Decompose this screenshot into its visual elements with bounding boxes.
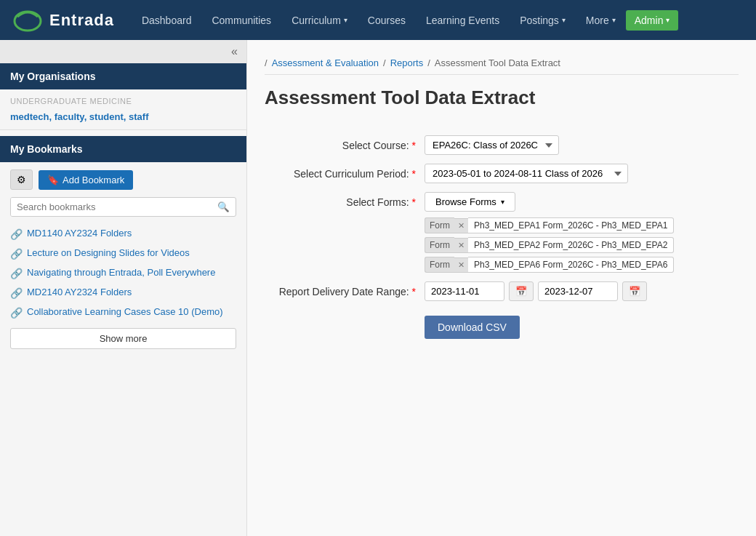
org-label: UNDERGRADUATE MEDICINE [0,89,246,108]
tag-value: Ph3_MED_EPA6 Form_2026C - Ph3_MED_EPA6 [468,257,674,273]
tag-value: Ph3_MED_EPA2 Form_2026C - Ph3_MED_EPA2 [468,237,674,253]
curriculum-select[interactable]: 2023-05-01 to 2024-08-11 Class of 2026 [425,164,628,183]
form-tag: Form ✕ Ph3_MED_EPA1 Form_2026C - Ph3_MED… [425,217,739,233]
breadcrumb-ae[interactable]: Assessment & Evaluation [272,57,379,68]
tag-remove-btn[interactable]: ✕ [454,257,468,273]
top-navigation: Entrada Dashboard Communities Curriculum… [0,0,756,40]
nav-item-courses[interactable]: Courses [358,0,416,40]
required-indicator: * [412,168,416,180]
required-indicator: * [412,140,416,151]
link-icon: 🔗 [10,228,23,240]
form-row-curriculum: Select Curriculum Period: * 2023-05-01 t… [265,164,739,183]
show-more-button[interactable]: Show more [10,328,236,349]
nav-item-curriculum[interactable]: Curriculum ▾ [281,0,358,40]
list-item[interactable]: 🔗 Lecture on Designing Slides for Videos [10,244,236,263]
form-tag: Form ✕ Ph3_MED_EPA6 Form_2026C - Ph3_MED… [425,257,739,273]
form-tag: Form ✕ Ph3_MED_EPA2 Form_2026C - Ph3_MED… [425,237,739,253]
breadcrumb-separator: / [265,57,268,68]
tag-label: Form [425,257,454,273]
date-range-field: 📅 📅 [425,281,739,301]
course-field: EPA26C: Class of 2026C [425,135,739,155]
form-row-forms: Select Forms: * Browse Forms ▾ Form ✕ Ph… [265,192,739,273]
breadcrumb-current: Assessment Tool Data Extract [435,57,560,68]
tag-label: Form [425,237,454,253]
org-value: medtech, faculty, student, staff [0,108,246,129]
date-end-input[interactable] [538,281,618,301]
form-tags: Form ✕ Ph3_MED_EPA1 Form_2026C - Ph3_MED… [425,217,739,273]
link-icon: 🔗 [10,248,23,260]
chevron-down-icon: ▾ [666,16,669,24]
page-title: Assessment Tool Data Extract [265,87,739,109]
nav-item-learning-events[interactable]: Learning Events [416,0,510,40]
sidebar: « My Organisations UNDERGRADUATE MEDICIN… [0,40,247,536]
tag-remove-btn[interactable]: ✕ [454,238,468,253]
forms-field: Browse Forms ▾ Form ✕ Ph3_MED_EPA1 Form_… [425,192,739,273]
nav-items: Dashboard Communities Curriculum ▾ Cours… [132,0,744,40]
logo[interactable]: Entrada [12,7,114,34]
required-indicator: * [412,286,416,297]
breadcrumb-reports[interactable]: Reports [390,57,424,68]
chevron-down-icon: ▾ [501,198,504,206]
search-bookmarks-container: 🔍 [10,197,236,217]
breadcrumb-separator: / [427,57,430,68]
date-start-input[interactable] [425,281,504,301]
browse-forms-button[interactable]: Browse Forms ▾ [425,192,515,212]
breadcrumb-separator: / [383,57,386,68]
link-icon: 🔗 [10,307,23,319]
download-spacer [265,310,425,339]
list-item[interactable]: 🔗 MD1140 AY2324 Folders [10,224,236,244]
date-range-container: 📅 📅 [425,281,739,301]
search-bookmarks-input[interactable] [11,198,212,216]
nav-item-dashboard[interactable]: Dashboard [132,0,202,40]
form-row-download: Download CSV [265,310,739,339]
form-row-course: Select Course: * EPA26C: Class of 2026C [265,135,739,155]
my-organisations-heading: My Organisations [0,63,246,89]
chevron-down-icon: ▾ [612,16,616,24]
list-item[interactable]: 🔗 Navigating through Entrada, Poll Every… [10,263,236,283]
forms-label: Select Forms: * [265,192,425,273]
date-range-label: Report Delivery Date Range: * [265,281,425,301]
calendar-icon[interactable]: 📅 [622,281,647,301]
tag-label: Form [425,217,454,233]
nav-item-postings[interactable]: Postings ▾ [510,0,576,40]
form-row-date-range: Report Delivery Date Range: * 📅 📅 [265,281,739,301]
form-table: Select Course: * EPA26C: Class of 2026C … [265,127,739,348]
nav-item-more[interactable]: More ▾ [576,0,626,40]
curriculum-label: Select Curriculum Period: * [265,164,425,183]
download-csv-button[interactable]: Download CSV [425,316,520,339]
breadcrumb: / Assessment & Evaluation / Reports / As… [265,52,739,75]
my-bookmarks-heading: My Bookmarks [0,136,246,162]
svg-point-0 [15,12,41,31]
nav-item-communities[interactable]: Communities [201,0,281,40]
tag-value: Ph3_MED_EPA1 Form_2026C - Ph3_MED_EPA1 [468,217,674,233]
gear-button[interactable]: ⚙ [10,169,33,190]
curriculum-field: 2023-05-01 to 2024-08-11 Class of 2026 [425,164,739,183]
logo-text: Entrada [49,11,114,30]
course-select[interactable]: EPA26C: Class of 2026C [425,135,559,155]
calendar-icon[interactable]: 📅 [509,281,534,301]
list-item[interactable]: 🔗 MD2140 AY2324 Folders [10,283,236,303]
bookmark-icon: 🔖 [47,175,59,185]
bookmark-tools: ⚙ 🔖 Add Bookmark [0,162,246,197]
search-icon[interactable]: 🔍 [212,198,236,216]
required-indicator: * [412,196,416,208]
chevron-down-icon: ▾ [562,16,566,24]
nav-item-admin[interactable]: Admin ▾ [626,10,679,31]
course-label: Select Course: * [265,135,425,155]
link-icon: 🔗 [10,268,23,279]
add-bookmark-button[interactable]: 🔖 Add Bookmark [39,170,133,190]
layout: « My Organisations UNDERGRADUATE MEDICIN… [0,40,756,536]
tag-remove-btn[interactable]: ✕ [454,218,468,233]
bookmark-list: 🔗 MD1140 AY2324 Folders 🔗 Lecture on Des… [0,224,246,322]
link-icon: 🔗 [10,287,23,299]
download-field: Download CSV [425,310,739,339]
main-content: / Assessment & Evaluation / Reports / As… [247,40,756,536]
org-name[interactable]: medtech [10,111,49,122]
sidebar-collapse-btn[interactable]: « [0,40,246,63]
list-item[interactable]: 🔗 Collaborative Learning Cases Case 10 (… [10,303,236,322]
chevron-down-icon: ▾ [344,16,347,24]
